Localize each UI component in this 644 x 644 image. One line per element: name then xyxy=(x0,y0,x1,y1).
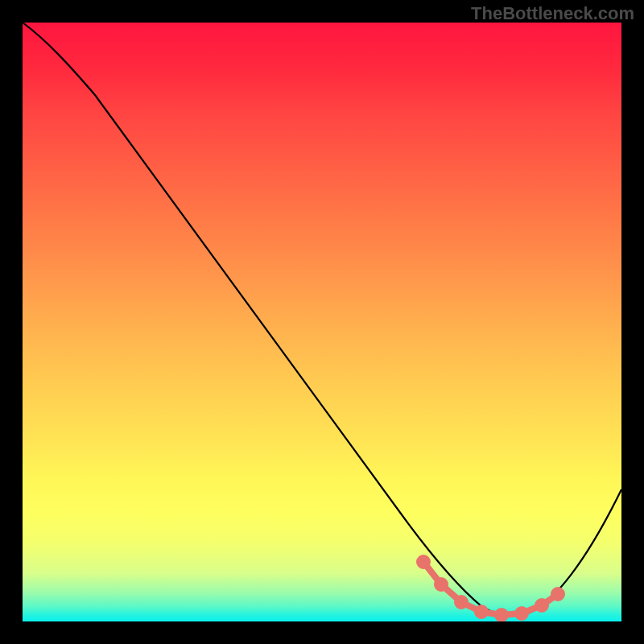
svg-point-9 xyxy=(457,598,465,606)
watermark-text: TheBottleneck.com xyxy=(471,3,634,24)
svg-point-8 xyxy=(437,580,445,588)
plot-area xyxy=(23,23,621,621)
optimal-range-highlight xyxy=(419,558,562,619)
svg-point-14 xyxy=(554,590,562,598)
svg-point-10 xyxy=(477,608,485,616)
svg-point-7 xyxy=(419,558,427,566)
svg-point-13 xyxy=(538,601,546,609)
svg-point-11 xyxy=(497,611,506,619)
chart-svg xyxy=(23,23,621,621)
svg-point-12 xyxy=(518,609,526,617)
bottleneck-curve-line xyxy=(23,23,621,616)
